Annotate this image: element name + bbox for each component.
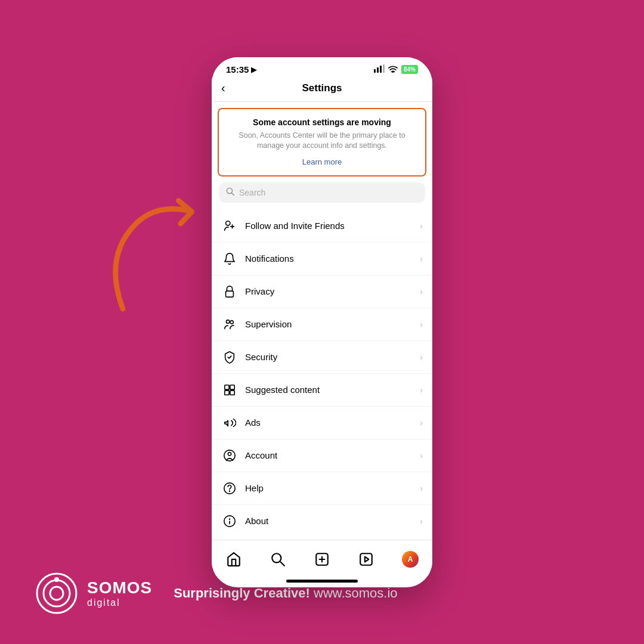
svg-rect-7 [383,64,385,73]
svg-rect-4 [374,69,376,73]
banner-description: Soon, Accounts Center will be the primar… [228,131,416,151]
battery-indicator: 84% [401,65,418,74]
svg-rect-18 [230,385,234,389]
nav-reels[interactable] [353,546,379,572]
search-nav-icon [270,552,286,567]
profile-avatar: A [402,551,419,568]
menu-item-notifications[interactable]: Notifications › [212,243,432,275]
brand-tagline: Surprisingly Creative! www.somos.io [174,586,397,601]
suggested-content-icon [221,382,238,398]
chevron-icon: › [420,221,423,231]
search-placeholder: Search [239,188,265,197]
svg-point-1 [44,580,70,606]
nav-profile[interactable]: A [397,546,423,572]
settings-menu: Follow and Invite Friends › Notification… [212,208,432,540]
menu-item-privacy[interactable]: Privacy › [212,275,432,308]
bottom-navigation: A [212,540,432,576]
location-icon: ▶ [251,66,256,74]
shield-icon [221,349,238,366]
menu-item-help[interactable]: Help › [212,472,432,505]
brand-name: SOMOS digital [87,578,152,608]
page-title: Settings [302,82,342,94]
svg-rect-17 [225,385,229,389]
svg-point-22 [228,452,231,456]
menu-item-security[interactable]: Security › [212,341,432,374]
status-icons: 84% [374,64,418,75]
nav-home[interactable] [221,546,247,572]
svg-point-15 [227,320,230,323]
megaphone-icon [221,414,238,431]
menu-item-supervision[interactable]: Supervision › [212,308,432,341]
menu-label-suggested: Suggested content [245,385,420,395]
svg-line-10 [231,193,234,195]
menu-item-follow[interactable]: Follow and Invite Friends › [212,210,432,243]
chevron-icon: › [420,484,423,493]
person-add-icon [221,218,238,234]
status-bar: 15:35 ▶ 84% [212,57,432,78]
account-settings-banner: Some account settings are moving Soon, A… [218,108,426,177]
info-circle-icon [221,513,238,530]
svg-point-16 [230,320,234,324]
supervision-icon [221,316,238,333]
brand-digital: digital [87,597,152,608]
menu-item-ads[interactable]: Ads › [212,407,432,439]
time-display: 15:35 [226,64,249,75]
menu-label-privacy: Privacy [245,286,420,296]
add-icon [314,552,330,567]
wifi-icon [388,64,398,75]
svg-rect-19 [225,390,229,394]
account-circle-icon [221,447,238,464]
reels-icon [358,552,374,567]
lock-icon [221,283,238,300]
menu-item-account[interactable]: Account › [212,439,432,472]
bell-icon [221,250,238,267]
chevron-icon: › [420,385,423,395]
signal-icon [374,64,385,75]
chevron-icon: › [420,352,423,362]
menu-item-about[interactable]: About › [212,505,432,537]
chevron-icon: › [420,320,423,329]
menu-label-about: About [245,516,420,526]
chevron-icon: › [420,418,423,428]
svg-rect-20 [230,390,234,394]
chevron-icon: › [420,254,423,264]
search-icon [226,187,234,198]
home-indicator [286,580,358,583]
status-time: 15:35 ▶ [226,64,256,75]
banner-title: Some account settings are moving [228,117,416,127]
svg-marker-34 [365,556,369,562]
menu-item-suggested[interactable]: Suggested content › [212,374,432,407]
nav-add[interactable] [309,546,335,572]
svg-rect-5 [377,67,379,73]
learn-more-link[interactable]: Learn more [302,157,342,166]
brand-url: www.somos.io [314,586,398,600]
menu-label-ads: Ads [245,417,420,428]
menu-label-follow: Follow and Invite Friends [245,221,420,231]
settings-header: ‹ Settings [212,78,432,102]
svg-rect-33 [360,553,372,565]
svg-point-2 [50,587,63,600]
chevron-icon: › [420,287,423,296]
menu-label-supervision: Supervision [245,319,420,329]
svg-rect-14 [226,291,234,297]
chevron-icon: › [420,451,423,460]
arrow-decoration [83,191,215,322]
help-circle-icon [221,480,238,497]
svg-point-8 [392,72,394,73]
menu-label-account: Account [245,450,420,460]
somos-logo-icon [36,572,78,614]
chevron-icon: › [420,516,423,526]
tagline-text: Surprisingly Creative! [174,586,310,600]
phone-mockup: 15:35 ▶ 84% ‹ Settings Some account sett… [212,57,432,587]
back-button[interactable]: ‹ [221,81,225,95]
svg-point-11 [226,221,230,225]
svg-rect-6 [380,66,382,73]
svg-line-29 [280,562,284,566]
nav-search[interactable] [265,546,291,572]
home-icon [226,552,242,567]
search-bar[interactable]: Search [219,182,425,203]
brand-somos: SOMOS [87,578,152,597]
svg-point-3 [54,577,59,582]
menu-label-security: Security [245,352,420,362]
svg-point-28 [272,553,281,562]
